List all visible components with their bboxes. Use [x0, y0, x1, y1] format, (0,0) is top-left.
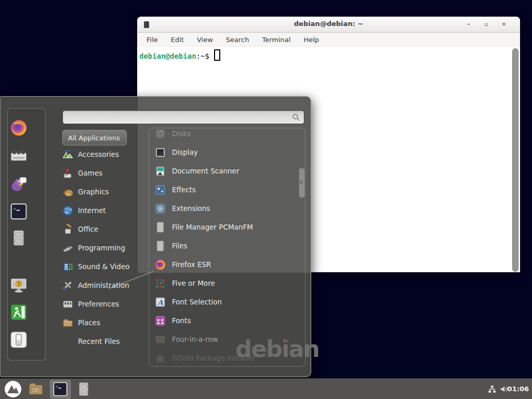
category-administration[interactable]: Administration [62, 276, 145, 295]
file-cabinet-icon [10, 229, 28, 247]
app-disks[interactable]: Disks [154, 128, 300, 143]
category-accessories[interactable]: Accessories [62, 145, 145, 164]
places-icon [62, 317, 73, 328]
fonts-icon: a a a a [154, 315, 166, 327]
app-label: Effects [172, 185, 196, 194]
file-cabinet-icon [76, 381, 91, 397]
all-applications-label: All Applications [68, 134, 120, 142]
app-label: Four-in-a-row [172, 335, 218, 343]
app-document-scanner[interactable]: Document Scanner [154, 162, 300, 180]
favorite-shutdown[interactable] [9, 330, 29, 350]
menu-button[interactable] [4, 380, 22, 398]
app-files[interactable]: Files [154, 236, 300, 255]
display-icon [154, 147, 166, 158]
firefox-icon [154, 259, 166, 271]
five-or-more-icon [154, 277, 166, 289]
category-label: Office [78, 225, 98, 233]
sound-video-icon [62, 261, 73, 272]
prompt-user-host: debian@debian [139, 52, 196, 60]
document-scanner-icon [154, 165, 166, 177]
terminal-menubar: File Edit View Search Terminal Help [137, 33, 520, 47]
favorite-files[interactable] [9, 228, 29, 248]
four-in-a-row-icon [154, 334, 166, 345]
category-label: Recent Files [78, 337, 120, 345]
taskbar-files[interactable] [75, 380, 92, 398]
taskbar-file-manager[interactable]: [D] [27, 380, 45, 398]
category-label: Programming [78, 244, 125, 252]
category-label: Administration [78, 281, 129, 289]
category-recent-files[interactable]: Recent Files [62, 332, 145, 351]
category-sound-video[interactable]: Sound & Video [62, 257, 145, 276]
category-games[interactable]: Games [62, 164, 145, 182]
accessories-icon [62, 149, 73, 160]
category-label: Sound & Video [78, 262, 129, 271]
category-places[interactable]: Places [62, 313, 145, 332]
svg-text:a a: a a [157, 321, 163, 325]
terminal-titlebar[interactable]: debian@debian: ~ – ▫ ✕ [137, 17, 520, 33]
favorite-lock-screen[interactable]: ? [9, 275, 29, 295]
menu-edit[interactable]: Edit [171, 36, 184, 44]
app-font-selection[interactable]: A Font Selection [154, 292, 300, 311]
favorite-firefox[interactable] [9, 118, 29, 138]
terminal-cursor [214, 49, 220, 61]
app-label: Document Scanner [172, 167, 239, 175]
menu-search[interactable]: Search [226, 36, 249, 44]
category-label: Graphics [78, 188, 109, 196]
maximize-button[interactable]: ▫ [482, 20, 491, 29]
app-fonts[interactable]: a a a a Fonts [154, 311, 300, 330]
games-icon [62, 168, 73, 179]
category-office[interactable]: Office [62, 220, 145, 238]
menu-help[interactable]: Help [303, 36, 319, 44]
app-four-in-a-row[interactable]: Four-in-a-row [154, 330, 300, 349]
favorite-log-out[interactable] [9, 302, 29, 322]
menu-file[interactable]: File [147, 36, 158, 44]
category-all-applications[interactable]: All Applications [62, 130, 127, 145]
app-display[interactable]: Display [154, 143, 300, 162]
close-button[interactable]: ✕ [499, 20, 509, 29]
app-gdebi-package-installer[interactable]: GDebi Package Installer [154, 349, 300, 367]
no-icon-spacer [62, 336, 73, 347]
app-five-or-more[interactable]: Five or More [154, 274, 300, 292]
app-label: File Manager PCManFM [172, 223, 253, 231]
network-icon[interactable] [487, 384, 497, 394]
graphics-icon [62, 187, 73, 197]
favorite-pidgin[interactable] [9, 174, 29, 194]
menu-terminal[interactable]: Terminal [262, 36, 290, 44]
app-extensions[interactable]: Extensions [154, 199, 300, 218]
files-icon [154, 240, 166, 252]
app-list-scrollbar-thumb[interactable] [299, 168, 305, 198]
category-programming[interactable]: Programming [62, 238, 145, 257]
settings-icon [9, 147, 28, 165]
category-internet[interactable]: Internet [62, 201, 145, 220]
app-label: Extensions [172, 204, 210, 212]
terminal-scrollbar-thumb[interactable] [512, 48, 518, 272]
app-firefox-esr[interactable]: Firefox ESR [154, 255, 300, 274]
app-label: Firefox ESR [172, 260, 211, 269]
app-effects[interactable]: Effects [154, 180, 300, 199]
pidgin-icon [9, 175, 28, 193]
application-menu: debian [0, 96, 311, 377]
disks-icon [154, 128, 166, 140]
administration-icon [62, 280, 73, 291]
taskbar-terminal-active[interactable]: > [50, 380, 71, 398]
svg-text:>: > [13, 206, 16, 211]
extensions-icon [154, 203, 166, 215]
terminal-scrollbar[interactable] [512, 48, 519, 271]
shutdown-icon [10, 331, 28, 349]
favorite-terminal[interactable]: > [9, 202, 29, 221]
clock[interactable]: 01:06 [508, 385, 529, 393]
svg-text:A: A [157, 298, 163, 306]
menu-view[interactable]: View [197, 36, 213, 44]
font-selection-icon: A [154, 296, 166, 308]
category-label: Places [78, 318, 100, 327]
gdebi-icon [154, 352, 166, 364]
search-icon [292, 113, 300, 122]
firefox-icon [9, 118, 28, 137]
search-input[interactable] [66, 112, 291, 123]
minimize-button[interactable]: – [464, 20, 473, 29]
category-preferences[interactable]: Preferences [62, 295, 145, 313]
favorite-settings[interactable] [9, 146, 29, 166]
preferences-icon [62, 299, 73, 310]
category-graphics[interactable]: Graphics [62, 182, 145, 201]
app-file-manager-pcmanfm[interactable]: File Manager PCManFM [154, 218, 300, 236]
